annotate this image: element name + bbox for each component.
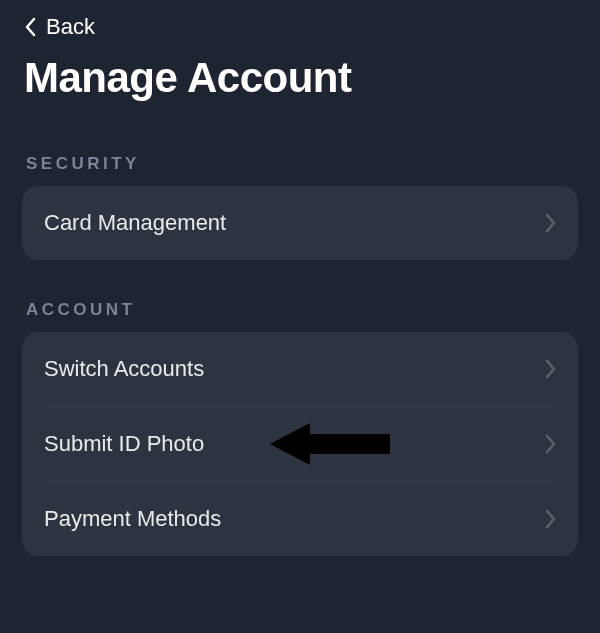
chevron-right-icon (544, 434, 556, 454)
list-item-label: Switch Accounts (44, 356, 204, 382)
list-item-card-management[interactable]: Card Management (22, 186, 578, 260)
list-item-label: Submit ID Photo (44, 431, 204, 457)
chevron-right-icon (544, 509, 556, 529)
list-item-submit-id-photo[interactable]: Submit ID Photo (22, 407, 578, 481)
back-label: Back (46, 14, 95, 40)
list-item-label: Card Management (44, 210, 226, 236)
chevron-right-icon (544, 213, 556, 233)
annotation-arrow-icon (270, 419, 390, 469)
list-item-switch-accounts[interactable]: Switch Accounts (22, 332, 578, 406)
svg-marker-0 (270, 423, 390, 465)
page-title: Manage Account (0, 48, 600, 130)
account-card: Switch Accounts Submit ID Photo (22, 332, 578, 556)
section-header-account: ACCOUNT (22, 300, 578, 332)
chevron-left-icon (24, 16, 38, 38)
security-card: Card Management (22, 186, 578, 260)
list-item-payment-methods[interactable]: Payment Methods (22, 482, 578, 556)
list-item-label: Payment Methods (44, 506, 221, 532)
section-security: SECURITY Card Management (0, 154, 600, 260)
section-account: ACCOUNT Switch Accounts Submit ID Photo (0, 300, 600, 556)
section-header-security: SECURITY (22, 154, 578, 186)
chevron-right-icon (544, 359, 556, 379)
back-button[interactable]: Back (0, 0, 600, 48)
